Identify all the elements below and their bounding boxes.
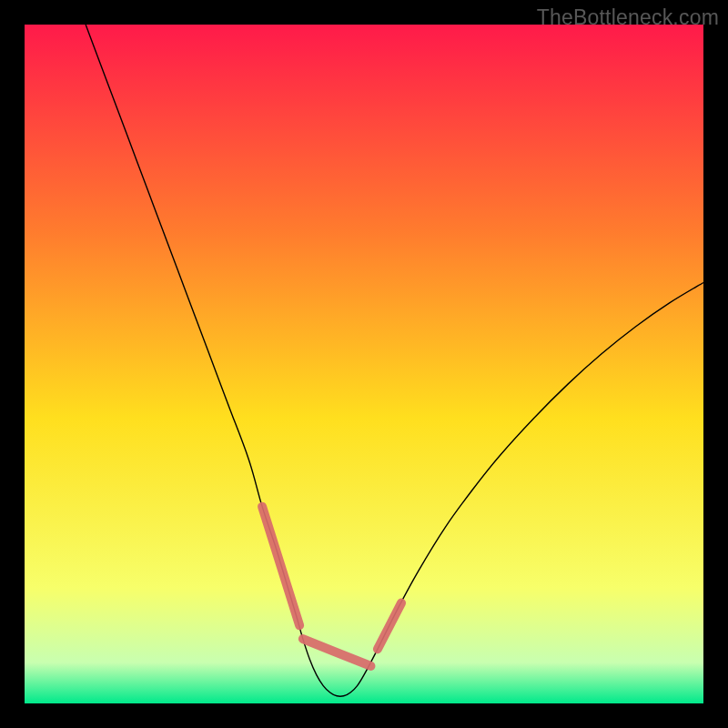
watermark-text: TheBottleneck.com <box>537 5 719 30</box>
chart-frame: TheBottleneck.com <box>0 0 728 728</box>
bottleneck-chart <box>25 25 703 703</box>
gradient-background <box>25 25 703 703</box>
